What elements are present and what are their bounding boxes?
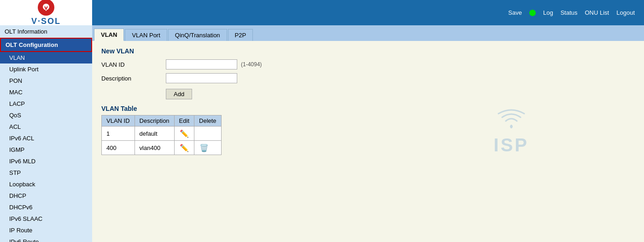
- table-row: 1 default ✏️: [102, 127, 222, 141]
- sidebar: OLT Information OLT Configuration VLAN U…: [0, 25, 92, 242]
- sidebar-item-ipv6-acl[interactable]: IPv6 ACL: [0, 133, 92, 144]
- delete-cell: 🗑️: [194, 141, 222, 155]
- tab-vlan-port[interactable]: VLAN Port: [125, 29, 167, 41]
- sidebar-item-dhcpv6[interactable]: DHCPv6: [0, 202, 92, 213]
- edit-button-row2[interactable]: ✏️: [179, 143, 189, 153]
- header: V·SOL Save Log Status ONU List Logout: [0, 0, 644, 25]
- col-edit: Edit: [174, 115, 194, 127]
- save-button[interactable]: Save: [508, 9, 522, 16]
- new-vlan-title: New VLAN: [101, 47, 635, 55]
- vlan-id-row: VLAN ID (1-4094): [101, 59, 635, 69]
- isp-watermark: ISP: [494, 108, 529, 156]
- olt-information-label: OLT Information: [0, 25, 92, 38]
- edit-icon: ✏️: [180, 144, 189, 152]
- status-link[interactable]: Status: [561, 9, 578, 16]
- description-row: Description: [101, 73, 635, 83]
- description-cell: default: [135, 127, 174, 141]
- sidebar-item-vlan[interactable]: VLAN: [0, 52, 92, 63]
- description-input[interactable]: [166, 73, 237, 83]
- edit-icon: ✏️: [180, 129, 189, 138]
- edit-button-row1[interactable]: ✏️: [179, 128, 189, 138]
- sidebar-item-ipv6-mld[interactable]: IPv6 MLD: [0, 156, 92, 167]
- sidebar-item-mac[interactable]: MAC: [0, 86, 92, 98]
- tab-bar: VLAN VLAN Port QinQ/Translation P2P: [92, 25, 644, 41]
- wifi-icon: [494, 108, 529, 135]
- logo-text: V·SOL: [31, 17, 61, 26]
- content-area: VLAN VLAN Port QinQ/Translation P2P New …: [92, 25, 644, 242]
- sidebar-item-acl[interactable]: ACL: [0, 121, 92, 133]
- page-content: New VLAN VLAN ID (1-4094) Description Ad…: [92, 41, 644, 242]
- vlan-id-cell: 1: [102, 127, 135, 141]
- col-vlan-id: VLAN ID: [102, 115, 135, 127]
- header-actions: Save Log Status ONU List Logout: [508, 9, 635, 16]
- sidebar-item-stp[interactable]: STP: [0, 167, 92, 179]
- edit-cell: ✏️: [174, 141, 194, 155]
- sidebar-item-igmp[interactable]: IGMP: [0, 144, 92, 156]
- svg-point-0: [510, 125, 513, 128]
- olt-configuration-label: OLT Configuration: [0, 38, 92, 52]
- delete-button-row2[interactable]: 🗑️: [199, 143, 209, 153]
- col-description: Description: [135, 115, 174, 127]
- vlan-id-cell: 400: [102, 141, 135, 155]
- tab-qinq-translation[interactable]: QinQ/Translation: [168, 29, 227, 41]
- vlan-id-hint: (1-4094): [241, 61, 262, 68]
- tab-vlan[interactable]: VLAN: [94, 29, 124, 41]
- status-indicator: [529, 10, 536, 16]
- sidebar-item-lacp[interactable]: LACP: [0, 98, 92, 109]
- sidebar-item-dhcp[interactable]: DHCP: [0, 190, 92, 202]
- onu-list-link[interactable]: ONU List: [585, 9, 609, 16]
- sidebar-item-qos[interactable]: QoS: [0, 109, 92, 121]
- logout-link[interactable]: Logout: [616, 9, 635, 16]
- table-row: 400 vlan400 ✏️ 🗑️: [102, 141, 222, 155]
- edit-cell: ✏️: [174, 127, 194, 141]
- description-cell: vlan400: [135, 141, 174, 155]
- vlan-table: VLAN ID Description Edit Delete 1 defaul…: [101, 115, 222, 155]
- col-delete: Delete: [194, 115, 222, 127]
- vlan-id-input[interactable]: [166, 59, 237, 69]
- vlan-id-label: VLAN ID: [101, 61, 166, 68]
- sidebar-item-ipv6-route[interactable]: IPv6 Route: [0, 236, 92, 242]
- sidebar-item-uplink-port[interactable]: Uplink Port: [0, 63, 92, 75]
- delete-icon: 🗑️: [199, 144, 209, 152]
- sidebar-item-loopback[interactable]: Loopback: [0, 179, 92, 190]
- vlan-table-title: VLAN Table: [101, 105, 635, 112]
- tab-p2p[interactable]: P2P: [228, 29, 253, 41]
- logo-icon: [38, 0, 54, 16]
- description-label: Description: [101, 75, 166, 82]
- sidebar-item-ip-route[interactable]: IP Route: [0, 225, 92, 236]
- isp-label: ISP: [494, 135, 529, 156]
- sidebar-item-pon[interactable]: PON: [0, 75, 92, 86]
- add-button[interactable]: Add: [166, 89, 192, 99]
- log-link[interactable]: Log: [543, 9, 553, 16]
- delete-cell: [194, 127, 222, 141]
- sidebar-item-ipv6-slaac[interactable]: IPv6 SLAAC: [0, 213, 92, 225]
- logo-area: V·SOL: [0, 0, 92, 25]
